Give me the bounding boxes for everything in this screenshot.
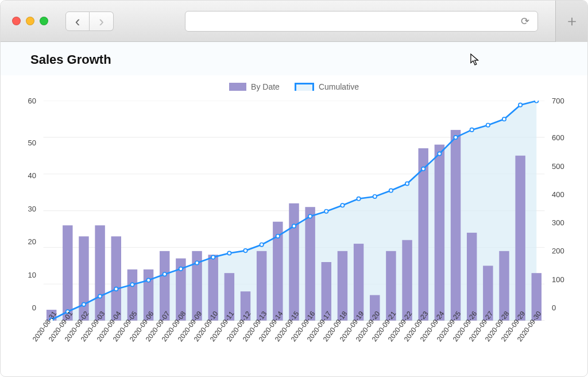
line-point[interactable] bbox=[324, 209, 328, 213]
url-bar[interactable]: ⟳ bbox=[185, 11, 538, 32]
line-point[interactable] bbox=[292, 224, 296, 228]
line-point[interactable] bbox=[405, 182, 409, 185]
line-point[interactable] bbox=[535, 101, 538, 103]
line-point[interactable] bbox=[470, 128, 474, 132]
line-point[interactable] bbox=[179, 267, 183, 271]
new-tab-button[interactable]: ＋ bbox=[555, 1, 587, 42]
line-point[interactable] bbox=[389, 188, 393, 192]
bar[interactable] bbox=[111, 236, 121, 321]
bar[interactable] bbox=[402, 240, 412, 321]
page-title: Sales Growth bbox=[1, 42, 587, 75]
line-point[interactable] bbox=[486, 124, 490, 127]
line-point[interactable] bbox=[130, 283, 134, 286]
line-point[interactable] bbox=[438, 152, 441, 155]
bar[interactable] bbox=[418, 148, 428, 321]
legend-item-bydate[interactable]: By Date bbox=[229, 82, 280, 91]
line-point[interactable] bbox=[146, 278, 150, 282]
line-point[interactable] bbox=[211, 255, 215, 259]
bar-swatch-icon bbox=[229, 83, 246, 91]
reload-icon[interactable]: ⟳ bbox=[521, 15, 529, 28]
browser-window: ⟳ ＋ Sales Growth By Date Cumulative 6050… bbox=[0, 0, 588, 377]
line-point[interactable] bbox=[227, 251, 231, 255]
bar[interactable] bbox=[515, 156, 525, 321]
bar[interactable] bbox=[451, 130, 461, 321]
bar[interactable] bbox=[289, 203, 299, 321]
close-icon[interactable] bbox=[12, 17, 21, 25]
line-point[interactable] bbox=[243, 249, 247, 252]
line-point[interactable] bbox=[260, 243, 263, 247]
bar[interactable] bbox=[467, 233, 477, 321]
line-point[interactable] bbox=[421, 167, 425, 171]
page-content: Sales Growth By Date Cumulative 60504030… bbox=[1, 42, 587, 377]
bar[interactable] bbox=[435, 145, 444, 321]
line-point[interactable] bbox=[308, 214, 312, 218]
line-point[interactable] bbox=[341, 203, 344, 207]
line-point[interactable] bbox=[114, 287, 118, 291]
line-point[interactable] bbox=[357, 197, 360, 201]
line-point[interactable] bbox=[82, 303, 86, 306]
window-controls bbox=[6, 17, 48, 25]
bar[interactable] bbox=[63, 225, 72, 321]
bar[interactable] bbox=[79, 236, 88, 321]
x-axis: 2020-08-312020-09-012020-09-022020-09-03… bbox=[19, 310, 569, 358]
back-button[interactable] bbox=[65, 11, 90, 31]
sales-growth-chart: By Date Cumulative 6050403020100 7006005… bbox=[19, 75, 569, 358]
line-point[interactable] bbox=[502, 117, 506, 121]
line-swatch-icon bbox=[295, 83, 314, 91]
line-point[interactable] bbox=[373, 195, 377, 198]
line-point[interactable] bbox=[163, 272, 167, 276]
bar[interactable] bbox=[305, 207, 315, 321]
chart-legend: By Date Cumulative bbox=[19, 75, 569, 95]
legend-item-cumulative[interactable]: Cumulative bbox=[295, 82, 359, 91]
line-point[interactable] bbox=[195, 261, 199, 264]
chart-svg bbox=[19, 101, 569, 321]
zoom-icon[interactable] bbox=[40, 17, 48, 25]
line-point[interactable] bbox=[454, 136, 457, 139]
nav-buttons bbox=[65, 11, 114, 31]
legend-label: By Date bbox=[251, 82, 280, 91]
minimize-icon[interactable] bbox=[26, 17, 34, 25]
forward-button[interactable] bbox=[90, 11, 114, 31]
bar[interactable] bbox=[95, 225, 105, 321]
line-point[interactable] bbox=[519, 103, 522, 106]
chart-plot: 6050403020100 7006005004003002001000 bbox=[19, 101, 569, 307]
titlebar: ⟳ ＋ bbox=[1, 1, 587, 42]
legend-label: Cumulative bbox=[319, 82, 359, 91]
line-point[interactable] bbox=[276, 234, 280, 238]
line-point[interactable] bbox=[98, 294, 102, 298]
